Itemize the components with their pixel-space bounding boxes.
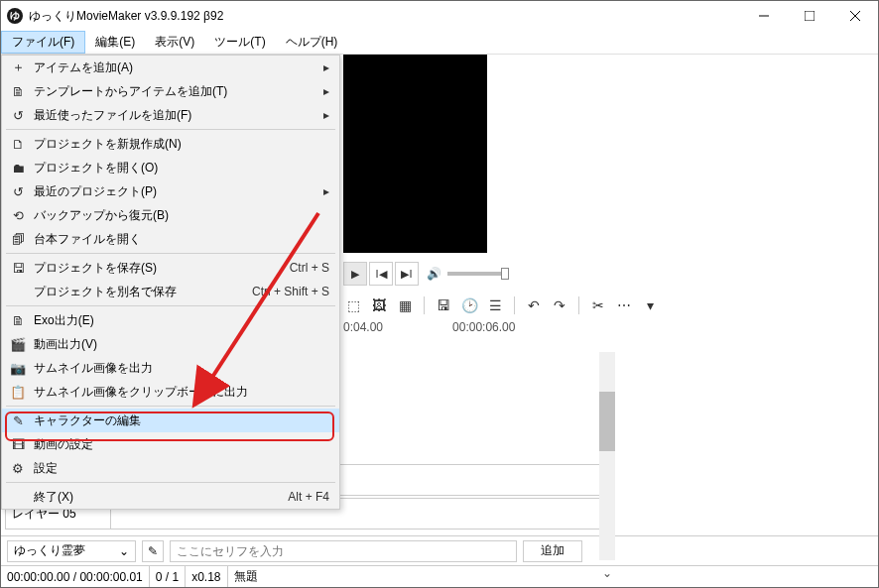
submenu-indicator-icon: ▸ <box>323 60 339 74</box>
status-zoom: x0.18 <box>186 566 227 587</box>
add-button[interactable]: 追加 <box>523 540 582 562</box>
export-icon: 🗎 <box>8 313 28 328</box>
status-project: 無題 <box>228 566 264 587</box>
tool-undo-icon[interactable]: ↶ <box>524 297 544 313</box>
menu-save-project[interactable]: 🖫プロジェクトを保存(S)Ctrl + S <box>2 256 339 280</box>
menu-add-from-template[interactable]: 🗎テンプレートからアイテムを追加(T)▸ <box>2 79 339 103</box>
menu-add-item[interactable]: ＋アイテムを追加(A)▸ <box>2 56 339 79</box>
menu-exo-output[interactable]: 🗎Exo出力(E) <box>2 308 339 332</box>
template-icon: 🗎 <box>8 84 28 99</box>
person-edit-icon: ✎ <box>148 544 158 558</box>
tool-dropdown-icon[interactable]: ▾ <box>640 297 660 313</box>
tool-redo-icon[interactable]: ↷ <box>550 297 569 313</box>
menu-tool[interactable]: ツール(T) <box>204 31 275 54</box>
menu-settings[interactable]: ⚙設定 <box>2 456 339 480</box>
person-edit-icon: ✎ <box>8 413 28 428</box>
submenu-indicator-icon: ▸ <box>323 84 339 98</box>
prev-frame-button[interactable]: I◀ <box>369 262 393 286</box>
script-icon: 🗐 <box>8 232 28 247</box>
timeline-vscroll[interactable] <box>599 352 615 560</box>
serif-input[interactable] <box>170 540 517 562</box>
close-button[interactable] <box>832 1 878 31</box>
menu-open-script[interactable]: 🗐台本ファイルを開く <box>2 227 339 251</box>
status-frames: 0 / 1 <box>150 566 186 587</box>
volume-slider[interactable] <box>447 272 507 276</box>
video-icon: 🎬 <box>8 337 28 352</box>
save-icon: 🖫 <box>8 261 28 276</box>
menu-restore-backup[interactable]: ⟲バックアップから復元(B) <box>2 203 339 227</box>
menu-video-output[interactable]: 🎬動画出力(V) <box>2 332 339 356</box>
volume-icon[interactable]: 🔊 <box>427 267 441 281</box>
tool-grid-icon[interactable]: ▦ <box>395 297 415 313</box>
ruler-tick: 00:00:06.00 <box>452 320 515 338</box>
tool-more-icon[interactable]: ⋯ <box>614 297 634 313</box>
submenu-indicator-icon: ▸ <box>323 184 339 198</box>
chevron-down-icon: ⌄ <box>119 544 129 558</box>
next-frame-button[interactable]: ▶I <box>395 262 419 286</box>
menu-add-recent-file[interactable]: ↺最近使ったファイルを追加(F)▸ <box>2 103 339 127</box>
restore-icon: ⟲ <box>8 208 28 223</box>
character-edit-button[interactable]: ✎ <box>142 540 164 562</box>
history-icon: ↺ <box>8 108 28 123</box>
character-select[interactable]: ゆっくり霊夢⌄ <box>7 540 136 562</box>
menu-character-edit[interactable]: ✎キャラクターの編集 <box>2 409 339 432</box>
recent-icon: ↺ <box>8 184 28 199</box>
gear-icon: ⚙ <box>8 461 28 476</box>
tool-select-icon[interactable]: ⬚ <box>343 297 363 313</box>
maximize-button[interactable] <box>787 1 832 31</box>
folder-icon: 🖿 <box>8 161 28 176</box>
tool-cut-icon[interactable]: ✂ <box>588 297 608 313</box>
menu-new-project[interactable]: 🗋プロジェクトを新規作成(N) <box>2 132 339 156</box>
play-button[interactable]: ▶ <box>343 262 367 286</box>
menu-recent-project[interactable]: ↺最近のプロジェクト(P)▸ <box>2 179 339 203</box>
window-title: ゆっくりMovieMaker v3.9.9.192 β92 <box>29 8 223 25</box>
submenu-indicator-icon: ▸ <box>323 108 339 122</box>
minimize-button[interactable] <box>741 1 787 31</box>
tool-list-icon[interactable]: ☰ <box>485 297 505 313</box>
menu-thumbnail-clipboard[interactable]: 📋サムネイル画像をクリップボードに出力 <box>2 380 339 404</box>
camera-icon: 📷 <box>8 361 28 376</box>
menu-video-settings[interactable]: 🎞動画の設定 <box>2 432 339 456</box>
scroll-down-icon[interactable]: ⌄ <box>599 565 615 580</box>
ruler-tick: 0:04.00 <box>343 320 383 338</box>
menu-file[interactable]: ファイル(F) <box>1 31 85 54</box>
clipboard-icon: 📋 <box>8 385 28 400</box>
tool-image-icon[interactable]: 🖼 <box>369 297 389 313</box>
tool-save-icon[interactable]: 🖫 <box>434 297 453 313</box>
menu-save-project-as[interactable]: プロジェクトを別名で保存Ctrl + Shift + S <box>2 280 339 303</box>
status-time: 00:00:00.00 / 00:00:00.01 <box>1 566 150 587</box>
menu-exit[interactable]: 終了(X)Alt + F4 <box>2 485 339 509</box>
video-preview <box>343 55 487 253</box>
file-dropdown: ＋アイテムを追加(A)▸ 🗎テンプレートからアイテムを追加(T)▸ ↺最近使った… <box>1 55 340 510</box>
app-icon: ゆ <box>7 8 23 24</box>
svg-rect-1 <box>805 11 815 21</box>
menu-view[interactable]: 表示(V) <box>145 31 204 54</box>
tool-clock-icon[interactable]: 🕑 <box>459 297 479 313</box>
menu-help[interactable]: ヘルプ(H) <box>276 31 348 54</box>
film-settings-icon: 🎞 <box>8 437 28 452</box>
plus-icon: ＋ <box>8 59 28 76</box>
menu-open-project[interactable]: 🖿プロジェクトを開く(O) <box>2 156 339 179</box>
menu-thumbnail-output[interactable]: 📷サムネイル画像を出力 <box>2 356 339 380</box>
menu-edit[interactable]: 編集(E) <box>85 31 145 54</box>
new-file-icon: 🗋 <box>8 137 28 152</box>
